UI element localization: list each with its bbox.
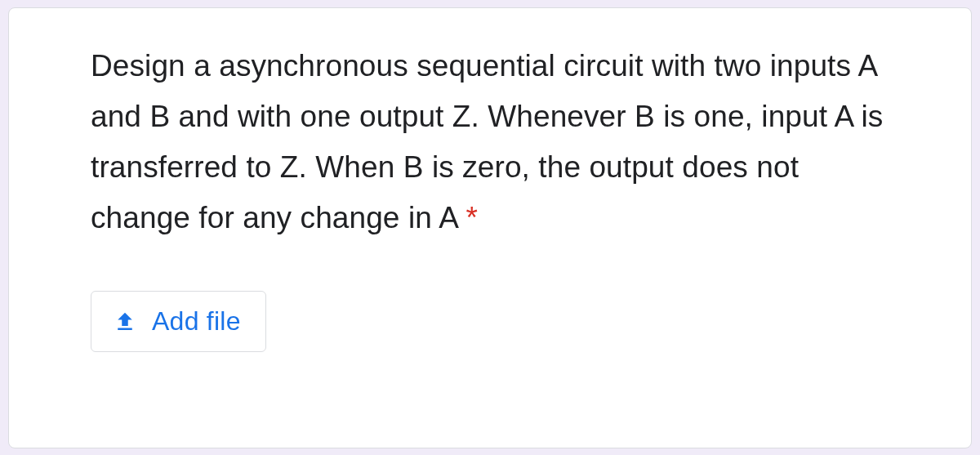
- question-text-content: Design a asynchronous sequential circuit…: [91, 49, 883, 234]
- question-card: Design a asynchronous sequential circuit…: [8, 7, 972, 448]
- required-asterisk: *: [457, 201, 478, 234]
- add-file-label: Add file: [152, 306, 241, 337]
- question-prompt: Design a asynchronous sequential circuit…: [91, 41, 889, 244]
- upload-icon: [113, 310, 137, 334]
- add-file-button[interactable]: Add file: [91, 291, 266, 352]
